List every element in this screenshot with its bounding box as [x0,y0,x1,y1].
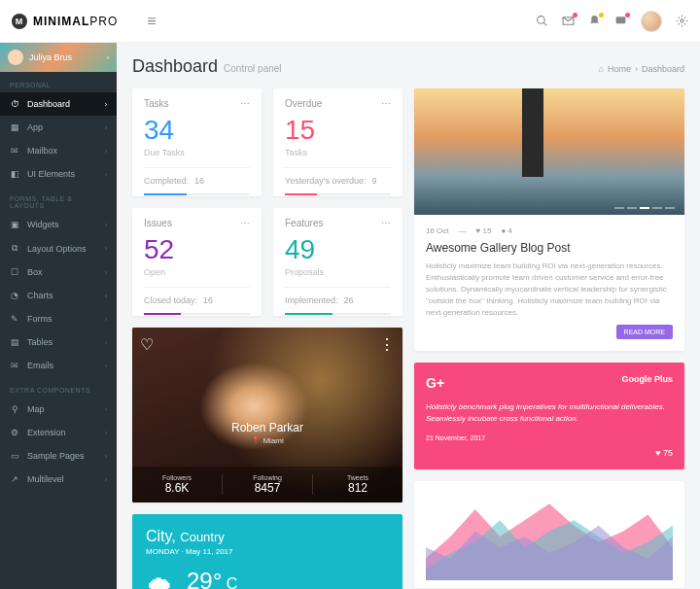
page-title: Dashboard [132,56,218,77]
user-avatar[interactable] [641,11,662,32]
stat-menu-icon[interactable]: ⋯ [381,98,391,109]
nav-label: Mailbox [27,146,57,156]
stat-title: Features [285,218,323,228]
blog-comments[interactable]: ● 4 [501,226,512,235]
more-icon[interactable]: ⋮ [379,335,395,354]
sidebar-item-mailbox[interactable]: ✉Mailbox› [0,139,117,162]
blog-title[interactable]: Awesome Gallery Blog Post [426,241,673,255]
followers[interactable]: Followers8.6K [132,474,223,495]
sidebar-item-multilevel[interactable]: ↗Multilevel› [0,468,117,491]
google-plus-icon: G+ [426,375,444,391]
sidebar-item-sample-pages[interactable]: ▭Sample Pages› [0,444,117,468]
user-name: Juliya Brus [29,52,72,62]
sidebar: Juliya Brus › PERSONAL⏱Dashboard›▦App›✉M… [0,43,117,589]
social-likes[interactable]: ♥ 75 [655,448,673,458]
sidebar-item-charts[interactable]: ◔Charts› [0,284,117,307]
svg-point-0 [538,17,545,24]
nav-label: Sample Pages [27,451,85,461]
nav-label: Extension [27,428,66,437]
nav-icon: ▭ [10,451,19,461]
bell-icon[interactable] [588,15,601,27]
nav-label: App [27,122,43,132]
nav-icon: ▤ [10,337,19,347]
stat-menu-icon[interactable]: ⋯ [240,98,250,109]
mail-icon[interactable] [562,15,575,27]
nav-icon: ⚲ [10,404,19,414]
social-card: G+ Google Plus Holisticly benchmark plug… [414,363,684,469]
sidebar-user-card[interactable]: Juliya Brus › [0,43,117,72]
breadcrumb[interactable]: ⌂ Home › Dashboard [599,64,684,74]
nav-label: Map [27,404,45,414]
nav-label: Dashboard [27,99,70,109]
sidebar-item-dashboard[interactable]: ⏱Dashboard› [0,92,117,116]
nav-icon: ↗ [10,474,19,484]
sidebar-item-map[interactable]: ⚲Map› [0,398,117,421]
page-subtitle: Control panel [224,63,281,74]
nav-icon: ▦ [10,122,19,132]
gear-icon[interactable] [676,15,688,27]
sidebar-item-ui-elements[interactable]: ◧UI Elements› [0,162,117,186]
stat-value: 34 [144,115,250,146]
sidebar-item-tables[interactable]: ▤Tables› [0,330,117,354]
social-platform: Google Plus [621,374,673,384]
sidebar-item-emails[interactable]: ✉Emails› [0,354,117,377]
tweets[interactable]: Tweets812 [313,474,402,495]
home-icon: ⌂ [599,64,604,74]
nav-label: Box [27,267,43,277]
nav-icon: ✉ [10,146,19,156]
sidebar-section-label: PERSONAL [0,72,117,92]
following[interactable]: Following8457 [223,474,313,495]
stat-menu-icon[interactable]: ⋯ [240,218,250,228]
menu-toggle-icon[interactable]: ≡ [147,13,156,30]
svg-rect-2 [616,17,626,23]
sidebar-item-app[interactable]: ▦App› [0,116,117,139]
search-icon[interactable] [536,15,548,27]
blog-likes[interactable]: ♥ 15 [476,226,492,235]
page-header: Dashboard Control panel ⌂ Home › Dashboa… [132,56,684,77]
stat-value: 49 [285,234,391,265]
heart-icon[interactable]: ♡ [140,335,154,354]
user-avatar-small [8,50,23,65]
nav-label: Tables [27,337,52,347]
sidebar-item-extension[interactable]: ⚙Extension› [0,421,117,444]
stat-title: Overdue [285,98,322,109]
blog-card: 16 Oct — ♥ 15 ● 4 Awesome Gallery Blog P… [414,88,684,351]
sidebar-item-forms[interactable]: ✎Forms› [0,307,117,330]
sidebar-section-label: EXTRA COMPONENTS [0,377,117,398]
nav-label: Multilevel [27,474,64,484]
social-date: 21 November, 2017 [426,434,673,441]
stat-card-features: Features⋯ 49 Proposals Implemented:26 [273,208,402,316]
stat-menu-icon[interactable]: ⋯ [381,218,391,228]
profile-location: 📍 Miami [132,436,402,445]
nav-icon: ▣ [10,220,19,229]
blog-image[interactable] [414,88,684,215]
nav-label: Emails [27,361,53,370]
stat-card-tasks: Tasks⋯ 34 Due Tasks Completed:16 [132,88,262,196]
nav-icon: ◧ [10,169,19,179]
svg-point-3 [681,19,683,22]
nav-icon: ⚙ [10,428,19,437]
sidebar-item-widgets[interactable]: ▣Widgets› [0,213,117,236]
carousel-dots[interactable] [614,207,675,209]
stat-value: 52 [144,234,250,265]
stat-card-overdue: Overdue⋯ 15 Tasks Yesterday's overdue:9 [273,88,402,196]
social-text: Holisticly benchmark plug imperatives fo… [426,401,673,425]
logo-mark-icon: M [12,14,27,29]
nav-icon: ◔ [10,291,19,300]
stat-label: Open [144,267,250,277]
weather-icon: 🌧 [146,570,173,589]
nav-label: Layout Options [27,244,87,254]
sidebar-section-label: FORMS, TABLE & LAYOUTS [0,186,117,213]
stat-value: 15 [285,115,391,146]
brand-logo[interactable]: M MINIMALPRO [12,14,118,29]
read-more-button[interactable]: READ MORE [616,325,673,339]
blog-date: 16 Oct [426,226,449,235]
stat-card-issues: Issues⋯ 52 Open Closed today:16 [132,208,262,316]
chat-icon[interactable] [614,15,627,27]
weather-card: City, Country MONDAY · May 11, 2017 🌧 29… [132,514,402,589]
stat-title: Issues [144,218,172,228]
nav-label: Forms [27,314,52,324]
sidebar-item-box[interactable]: ☐Box› [0,260,117,284]
stat-label: Proposals [285,267,391,277]
sidebar-item-layout-options[interactable]: ⧉Layout Options› [0,236,117,260]
